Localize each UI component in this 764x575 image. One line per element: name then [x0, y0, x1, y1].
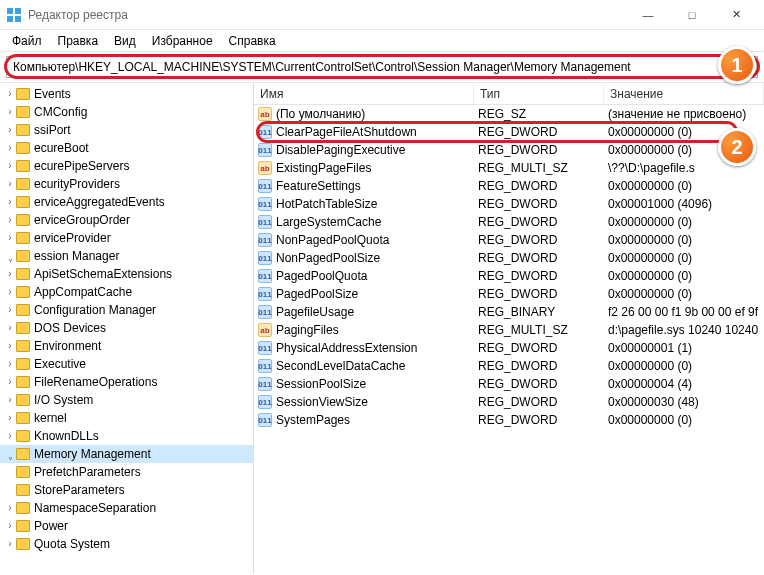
- tree-label: Configuration Manager: [34, 301, 156, 319]
- expand-closed-icon[interactable]: ›: [4, 301, 16, 319]
- address-bar[interactable]: [6, 56, 758, 78]
- tree-node[interactable]: ›FileRenameOperations: [0, 373, 253, 391]
- value-row[interactable]: 011SessionPoolSizeREG_DWORD0x00000004 (4…: [254, 375, 764, 393]
- value-row[interactable]: 011SessionViewSizeREG_DWORD0x00000030 (4…: [254, 393, 764, 411]
- tree-node[interactable]: ›CMConfig: [0, 103, 253, 121]
- value-type: REG_DWORD: [474, 233, 604, 247]
- tree-node[interactable]: ›erviceAggregatedEvents: [0, 193, 253, 211]
- value-row[interactable]: 011NonPagedPoolSizeREG_DWORD0x00000000 (…: [254, 249, 764, 267]
- value-row[interactable]: 011PhysicalAddressExtensionREG_DWORD0x00…: [254, 339, 764, 357]
- expand-closed-icon[interactable]: ›: [4, 139, 16, 157]
- tree-panel[interactable]: ›Events›CMConfig›ssiPort›ecureBoot›ecure…: [0, 83, 254, 574]
- tree-node[interactable]: ›Executive: [0, 355, 253, 373]
- value-row[interactable]: 011SecondLevelDataCacheREG_DWORD0x000000…: [254, 357, 764, 375]
- col-name[interactable]: Имя: [254, 83, 474, 104]
- expand-open-icon[interactable]: ˬ: [4, 445, 16, 463]
- tree-node[interactable]: ›erviceProvider: [0, 229, 253, 247]
- tree-node[interactable]: ›I/O System: [0, 391, 253, 409]
- expand-closed-icon[interactable]: ›: [4, 85, 16, 103]
- value-row[interactable]: 011LargeSystemCacheREG_DWORD0x00000000 (…: [254, 213, 764, 231]
- tree-label: ecurityProviders: [34, 175, 120, 193]
- folder-icon: [16, 88, 30, 100]
- expand-closed-icon[interactable]: ›: [4, 373, 16, 391]
- tree-node[interactable]: ›ecurePipeServers: [0, 157, 253, 175]
- value-row[interactable]: 011NonPagedPoolQuotaREG_DWORD0x00000000 …: [254, 231, 764, 249]
- value-name: HotPatchTableSize: [276, 197, 377, 211]
- tree-node[interactable]: StoreParameters: [0, 481, 253, 499]
- folder-icon: [16, 430, 30, 442]
- expand-closed-icon[interactable]: ›: [4, 391, 16, 409]
- expand-open-icon[interactable]: ˬ: [4, 247, 16, 265]
- tree-node[interactable]: ›NamespaceSeparation: [0, 499, 253, 517]
- expand-closed-icon[interactable]: ›: [4, 265, 16, 283]
- tree-node[interactable]: ›Power: [0, 517, 253, 535]
- svg-rect-3: [15, 16, 21, 22]
- value-row[interactable]: 011PagefileUsageREG_BINARYf2 26 00 00 f1…: [254, 303, 764, 321]
- value-row[interactable]: 011PagedPoolQuotaREG_DWORD0x00000000 (0): [254, 267, 764, 285]
- expand-closed-icon[interactable]: ›: [4, 121, 16, 139]
- maximize-button[interactable]: □: [670, 0, 714, 30]
- expand-closed-icon[interactable]: ›: [4, 283, 16, 301]
- expand-closed-icon[interactable]: ›: [4, 355, 16, 373]
- expand-closed-icon[interactable]: ›: [4, 103, 16, 121]
- tree-label: erviceGroupOrder: [34, 211, 130, 229]
- expand-closed-icon[interactable]: ›: [4, 535, 16, 553]
- menu-edit[interactable]: Правка: [50, 32, 107, 50]
- col-value[interactable]: Значение: [604, 83, 764, 104]
- menu-view[interactable]: Вид: [106, 32, 144, 50]
- tree-node[interactable]: ›ApiSetSchemaExtensions: [0, 265, 253, 283]
- expand-closed-icon[interactable]: ›: [4, 175, 16, 193]
- expand-closed-icon[interactable]: ›: [4, 337, 16, 355]
- col-type[interactable]: Тип: [474, 83, 604, 104]
- expand-closed-icon[interactable]: ›: [4, 229, 16, 247]
- tree-node[interactable]: ›erviceGroupOrder: [0, 211, 253, 229]
- value-row[interactable]: abPagingFilesREG_MULTI_SZd:\pagefile.sys…: [254, 321, 764, 339]
- menu-file[interactable]: Файл: [4, 32, 50, 50]
- expand-closed-icon[interactable]: ›: [4, 211, 16, 229]
- tree-node[interactable]: ›KnownDLLs: [0, 427, 253, 445]
- tree-label: PrefetchParameters: [34, 463, 141, 481]
- window-title: Редактор реестра: [28, 8, 626, 22]
- tree-node[interactable]: ˬession Manager: [0, 247, 253, 265]
- menu-help[interactable]: Справка: [221, 32, 284, 50]
- value-row[interactable]: 011FeatureSettingsREG_DWORD0x00000000 (0…: [254, 177, 764, 195]
- tree-label: ecurePipeServers: [34, 157, 129, 175]
- tree-node[interactable]: ›kernel: [0, 409, 253, 427]
- tree-node[interactable]: ˬMemory Management: [0, 445, 253, 463]
- menu-favorites[interactable]: Избранное: [144, 32, 221, 50]
- tree-label: DOS Devices: [34, 319, 106, 337]
- expand-closed-icon[interactable]: ›: [4, 193, 16, 211]
- value-name: SecondLevelDataCache: [276, 359, 405, 373]
- value-row[interactable]: 011PagedPoolSizeREG_DWORD0x00000000 (0): [254, 285, 764, 303]
- expand-closed-icon[interactable]: ›: [4, 157, 16, 175]
- tree-node[interactable]: ›Environment: [0, 337, 253, 355]
- close-button[interactable]: ✕: [714, 0, 758, 30]
- tree-node[interactable]: ›AppCompatCache: [0, 283, 253, 301]
- folder-icon: [16, 412, 30, 424]
- value-row[interactable]: ab(По умолчанию)REG_SZ(значение не присв…: [254, 105, 764, 123]
- expand-closed-icon[interactable]: ›: [4, 409, 16, 427]
- tree-node[interactable]: ›ecurityProviders: [0, 175, 253, 193]
- expand-closed-icon[interactable]: ›: [4, 517, 16, 535]
- tree-node[interactable]: ›DOS Devices: [0, 319, 253, 337]
- value-list[interactable]: ab(По умолчанию)REG_SZ(значение не присв…: [254, 105, 764, 429]
- tree-node[interactable]: ›Configuration Manager: [0, 301, 253, 319]
- value-row[interactable]: 011SystemPagesREG_DWORD0x00000000 (0): [254, 411, 764, 429]
- value-row[interactable]: 011DisablePagingExecutiveREG_DWORD0x0000…: [254, 141, 764, 159]
- value-row[interactable]: 011ClearPageFileAtShutdownREG_DWORD0x000…: [254, 123, 764, 141]
- binary-value-icon: 011: [258, 413, 272, 427]
- tree-node[interactable]: ›ssiPort: [0, 121, 253, 139]
- expand-closed-icon[interactable]: ›: [4, 319, 16, 337]
- minimize-button[interactable]: —: [626, 0, 670, 30]
- value-row[interactable]: abExistingPageFilesREG_MULTI_SZ\??\D:\pa…: [254, 159, 764, 177]
- tree-node[interactable]: ›ecureBoot: [0, 139, 253, 157]
- value-row[interactable]: 011HotPatchTableSizeREG_DWORD0x00001000 …: [254, 195, 764, 213]
- value-data: 0x00000001 (1): [604, 341, 764, 355]
- expand-closed-icon[interactable]: ›: [4, 499, 16, 517]
- tree-label: CMConfig: [34, 103, 87, 121]
- expand-closed-icon[interactable]: ›: [4, 427, 16, 445]
- tree-node[interactable]: ›Quota System: [0, 535, 253, 553]
- svg-rect-2: [7, 16, 13, 22]
- tree-node[interactable]: ›Events: [0, 85, 253, 103]
- tree-node[interactable]: PrefetchParameters: [0, 463, 253, 481]
